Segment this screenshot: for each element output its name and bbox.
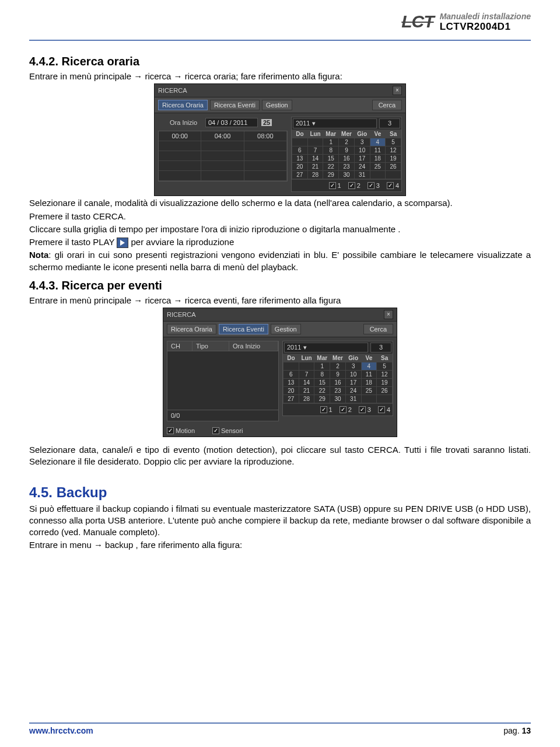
- s443-p1: Entrare in menù principale → ricerca → r…: [29, 295, 531, 306]
- time-header-cell: 08:00: [244, 131, 287, 141]
- footer-site: www.hrcctv.com: [29, 726, 93, 735]
- brand-logo: LCT: [401, 12, 433, 32]
- close-icon[interactable]: ×: [393, 86, 402, 95]
- header-text: Manualedi installazione LCTVR2004D1: [440, 12, 531, 33]
- year-select[interactable]: 2011 ▾: [293, 118, 377, 128]
- s443-p2: Selezionare data, canale/i e tipo di eve…: [29, 444, 531, 468]
- date-input[interactable]: 04 / 03 / 2011: [205, 118, 258, 127]
- channel-checkbox[interactable]: ✓1: [329, 182, 341, 189]
- cerca-button[interactable]: Cerca: [363, 324, 393, 334]
- s442-nota: Nota: gli orari in cui sono presenti reg…: [29, 249, 531, 273]
- tab-ricerca-oraria[interactable]: Ricerca Oraria: [167, 324, 216, 334]
- channel-checkbox[interactable]: ✓2: [340, 406, 352, 413]
- s442-p1: Entrare in menù principale → ricerca → r…: [29, 71, 531, 82]
- s45-p2: Entrare in menu → backup , fare riferime…: [29, 539, 531, 551]
- calendar-table[interactable]: DoLunMarMerGioVeSa 12345 6789101112 1314…: [292, 130, 401, 179]
- channel-checkbox[interactable]: ✓1: [320, 406, 332, 413]
- tab-gestion[interactable]: Gestion: [262, 100, 292, 110]
- calendar[interactable]: 2011 ▾ 3 DoLunMarMerGioVeSa 12345 678910…: [282, 341, 393, 416]
- date-picker-icon[interactable]: 25: [261, 119, 272, 126]
- s45-p1: Si può effettuare il backup copiando i f…: [29, 503, 531, 539]
- footer-page: pag. 13: [503, 726, 531, 735]
- play-icon: [117, 238, 128, 248]
- month-select[interactable]: 3: [370, 343, 391, 352]
- calendar-table[interactable]: DoLunMarMerGioVeSa 12345 6789101112 1314…: [283, 354, 393, 403]
- header-rule: [29, 40, 531, 41]
- tab-ricerca-eventi[interactable]: Ricerca Eventi: [210, 100, 260, 110]
- ricerca-eventi-dialog: RICERCA × Ricerca Oraria Ricerca Eventi …: [163, 308, 397, 437]
- section-442-title: 4.4.2. Ricerca oraria: [29, 55, 531, 68]
- time-header-cell: 00:00: [159, 131, 201, 141]
- dialog-title: RICERCA: [167, 311, 196, 318]
- right-panel: 2011 ▾ 3 DoLunMarMerGioVeSa 12345 678910…: [282, 341, 393, 421]
- calendar[interactable]: 2011 ▾ 3 DoLunMarMerGioVeSa 12345 678910…: [291, 117, 402, 192]
- time-grid[interactable]: 00:00 04:00 08:00: [158, 131, 288, 181]
- s442-p3: Premere il tasto CERCA.: [29, 211, 531, 222]
- time-header-cell: 04:00: [201, 131, 244, 141]
- channel-checkbox[interactable]: ✓4: [378, 406, 390, 413]
- event-list-header: CH Tipo Ora Inizio: [167, 341, 279, 351]
- section-443-title: 4.4.3. Ricerca per eventi: [29, 279, 531, 292]
- s442-p5: Premere il tasto PLAY per avviare la rip…: [29, 236, 531, 248]
- cerca-button[interactable]: Cerca: [372, 100, 402, 110]
- channel-checkbox[interactable]: ✓3: [359, 406, 371, 413]
- s442-p2: Selezionare il canale, modalità di visua…: [29, 197, 531, 209]
- page-footer: www.hrcctv.com pag. 13: [29, 722, 531, 735]
- record-count: 0/0: [167, 410, 279, 421]
- s442-p4: Cliccare sulla griglia di tempo per impo…: [29, 224, 531, 235]
- tab-gestion[interactable]: Gestion: [271, 324, 301, 334]
- sensori-checkbox[interactable]: ✓Sensori: [212, 427, 243, 434]
- channel-checkbox[interactable]: ✓2: [348, 182, 360, 189]
- year-select[interactable]: 2011 ▾: [284, 343, 368, 352]
- close-icon[interactable]: ×: [384, 310, 393, 319]
- month-select[interactable]: 3: [379, 118, 400, 128]
- page-header: LCT Manualedi installazione LCTVR2004D1: [29, 12, 531, 37]
- left-panel: CH Tipo Ora Inizio 0/0: [167, 341, 279, 421]
- event-list-body[interactable]: [167, 351, 279, 410]
- channel-checkbox[interactable]: ✓4: [387, 182, 399, 189]
- header-model: LCTVR2004D1: [440, 21, 531, 33]
- channel-checkbox[interactable]: ✓3: [368, 182, 380, 189]
- left-panel: Ora Inizio 04 / 03 / 2011 25 00:00 04:00…: [158, 117, 288, 192]
- tab-ricerca-eventi[interactable]: Ricerca Eventi: [219, 324, 268, 334]
- header-subtitle: Manualedi installazione: [440, 12, 531, 21]
- dialog-title: RICERCA: [158, 87, 187, 94]
- section-45-title: 4.5. Backup: [29, 484, 531, 501]
- ora-inizio-label: Ora Inizio: [170, 119, 202, 126]
- tab-ricerca-oraria[interactable]: Ricerca Oraria: [158, 100, 208, 110]
- ricerca-oraria-dialog: RICERCA × Ricerca Oraria Ricerca Eventi …: [154, 83, 406, 196]
- right-panel: 2011 ▾ 3 DoLunMarMerGioVeSa 12345 678910…: [291, 117, 402, 192]
- motion-checkbox[interactable]: ✓Motion: [167, 427, 195, 434]
